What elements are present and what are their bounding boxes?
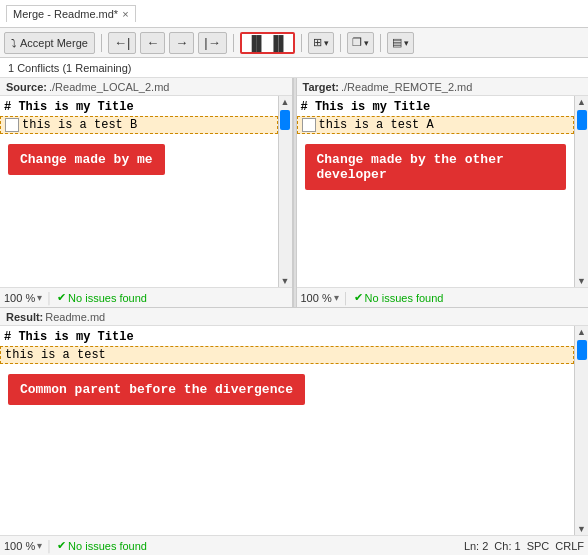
target-label: Target: <box>303 81 339 93</box>
result-conflict-line: this is a test <box>0 346 574 364</box>
target-issues: ✔ No issues found <box>354 291 444 304</box>
layout-dropdown-arrow: ▾ <box>404 38 409 48</box>
separator-4 <box>340 34 341 52</box>
source-panel-content: # This is my Title this is a test B Chan… <box>0 96 292 287</box>
close-icon[interactable]: × <box>122 8 128 20</box>
result-annotation: Common parent before the divergence <box>8 374 305 405</box>
target-zoom[interactable]: 100 % ▾ <box>301 292 339 304</box>
result-ok-icon: ✔ <box>57 539 66 552</box>
view-columns-icon: ▐▌ <box>269 35 289 51</box>
source-status: 100 % ▾ │ ✔ No issues found <box>0 287 292 307</box>
result-scrollbar[interactable]: ▲ ▼ <box>574 326 588 535</box>
result-issues: ✔ No issues found <box>57 539 147 552</box>
separator-5 <box>380 34 381 52</box>
source-label: Source: <box>6 81 47 93</box>
layout-dropdown[interactable]: ▤ ▾ <box>387 32 414 54</box>
result-label: Result: <box>6 311 43 323</box>
source-panel: Source: ./Readme_LOCAL_2.md # This is my… <box>0 78 293 307</box>
layout-icon: ▤ <box>392 36 402 49</box>
source-scrollbar[interactable]: ▲ ▼ <box>278 96 292 287</box>
source-annotation: Change made by me <box>8 144 165 175</box>
source-status-sep: │ <box>46 292 53 304</box>
source-scroll-down[interactable]: ▼ <box>281 275 290 287</box>
source-conflict-line[interactable]: this is a test B <box>0 116 278 134</box>
result-panel: Result: Readme.md # This is my Title thi… <box>0 308 588 555</box>
source-zoom-value: 100 % <box>4 292 35 304</box>
source-scroll-up[interactable]: ▲ <box>281 96 290 108</box>
title-text: Merge - Readme.md* <box>13 8 118 20</box>
nav-prev-button[interactable]: ← <box>140 32 165 54</box>
nav-prev-all-button[interactable]: ←| <box>108 32 136 54</box>
result-title-text: # This is my Title <box>4 330 134 344</box>
result-ln: Ln: 2 <box>464 540 488 552</box>
result-conflict-text: this is a test <box>5 348 106 362</box>
result-content: # This is my Title this is a test Common… <box>0 326 588 535</box>
result-zoom[interactable]: 100 % ▾ <box>4 540 42 552</box>
result-ch: Ch: 1 <box>494 540 520 552</box>
view-split-button[interactable]: ▐▌ ▐▌ <box>240 32 296 54</box>
target-panel-header: Target: ./Readme_REMOTE_2.md <box>297 78 589 96</box>
view-split-icon: ▐▌ <box>247 35 267 51</box>
result-path: Readme.md <box>45 311 105 323</box>
source-title-text: # This is my Title <box>4 100 134 114</box>
nav-next-button[interactable]: → <box>169 32 194 54</box>
copy-dropdown[interactable]: ❐ ▾ <box>347 32 374 54</box>
conflicts-text: 1 Conflicts (1 Remaining) <box>8 62 132 74</box>
accept-merge-icon: ⤵ <box>11 37 17 49</box>
source-panel-header: Source: ./Readme_LOCAL_2.md <box>0 78 292 96</box>
source-scroll-thumb[interactable] <box>280 110 290 130</box>
target-scroll-down[interactable]: ▼ <box>577 275 586 287</box>
copy-dropdown-arrow: ▾ <box>364 38 369 48</box>
top-panels: Source: ./Readme_LOCAL_2.md # This is my… <box>0 78 588 308</box>
result-title-line: # This is my Title <box>0 328 574 346</box>
result-status-sep: │ <box>46 540 53 552</box>
nav-next-all-button[interactable]: |→ <box>198 32 226 54</box>
source-zoom[interactable]: 100 % ▾ <box>4 292 42 304</box>
target-status: 100 % ▾ │ ✔ No issues found <box>297 287 589 307</box>
target-scroll-thumb[interactable] <box>577 110 587 130</box>
result-zoom-dropdown[interactable]: ▾ <box>37 540 42 551</box>
separator-1 <box>101 34 102 52</box>
target-ok-icon: ✔ <box>354 291 363 304</box>
result-spc: SPC <box>527 540 550 552</box>
target-panel: Target: ./Readme_REMOTE_2.md # This is m… <box>297 78 589 307</box>
result-scroll-up[interactable]: ▲ <box>577 326 586 338</box>
target-scrollbar[interactable]: ▲ ▼ <box>574 96 588 287</box>
nav-next-icon: → <box>175 35 188 50</box>
source-path: ./Readme_LOCAL_2.md <box>49 81 169 93</box>
nav-next-all-icon: |→ <box>204 35 220 50</box>
target-conflict-text: this is a test A <box>319 118 434 132</box>
separator-2 <box>233 34 234 52</box>
result-scroll-down[interactable]: ▼ <box>577 523 586 535</box>
result-scroll-thumb[interactable] <box>577 340 587 360</box>
source-checkbox[interactable] <box>5 118 19 132</box>
target-title-line: # This is my Title <box>297 98 575 116</box>
grid-dropdown-arrow: ▾ <box>324 38 329 48</box>
source-issues-text: No issues found <box>68 292 147 304</box>
toolbar: ⤵ Accept Merge ←| ← → |→ ▐▌ ▐▌ ⊞ ▾ ❐ ▾ ▤… <box>0 28 588 58</box>
target-scroll-up[interactable]: ▲ <box>577 96 586 108</box>
accept-merge-label: Accept Merge <box>20 37 88 49</box>
nav-prev-icon: ← <box>146 35 159 50</box>
target-title-text: # This is my Title <box>301 100 431 114</box>
source-issues: ✔ No issues found <box>57 291 147 304</box>
target-status-sep: │ <box>343 292 350 304</box>
grid-dropdown[interactable]: ⊞ ▾ <box>308 32 334 54</box>
conflicts-bar: 1 Conflicts (1 Remaining) <box>0 58 588 78</box>
source-ok-icon: ✔ <box>57 291 66 304</box>
grid-icon: ⊞ <box>313 36 322 49</box>
result-header: Result: Readme.md <box>0 308 588 326</box>
accept-merge-button[interactable]: ⤵ Accept Merge <box>4 32 95 54</box>
target-checkbox[interactable] <box>302 118 316 132</box>
source-zoom-dropdown[interactable]: ▾ <box>37 292 42 303</box>
separator-3 <box>301 34 302 52</box>
nav-prev-all-icon: ←| <box>114 35 130 50</box>
result-issues-text: No issues found <box>68 540 147 552</box>
target-zoom-dropdown[interactable]: ▾ <box>334 292 339 303</box>
title-tab[interactable]: Merge - Readme.md* × <box>6 5 136 22</box>
title-bar: Merge - Readme.md* × <box>0 0 588 28</box>
main-content: Source: ./Readme_LOCAL_2.md # This is my… <box>0 78 588 555</box>
source-conflict-text: this is a test B <box>22 118 137 132</box>
target-issues-text: No issues found <box>365 292 444 304</box>
target-conflict-line[interactable]: this is a test A <box>297 116 575 134</box>
